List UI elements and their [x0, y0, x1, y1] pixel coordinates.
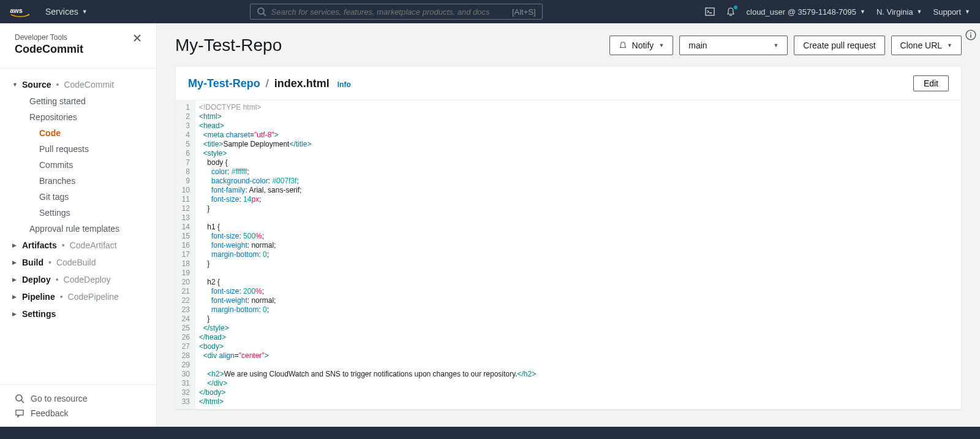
caret-icon: ▶ [12, 242, 18, 248]
caret-icon: ▶ [12, 259, 18, 265]
sidebar-subtitle: Developer Tools [15, 33, 83, 42]
breadcrumb-file: index.html [274, 77, 330, 90]
svg-text:aws: aws [10, 7, 22, 14]
nav-group-name: Deploy [22, 275, 51, 284]
clone-url-button[interactable]: Clone URL ▼ [891, 36, 962, 55]
region-menu[interactable]: N. Virginia ▼ [876, 7, 922, 17]
account-label: cloud_user @ 3579-1148-7095 [747, 7, 856, 17]
line-gutter: 1234567891011121314151617181920212223242… [176, 101, 195, 409]
services-label: Services [45, 7, 78, 17]
nav-group-name: Settings [22, 309, 56, 319]
notify-button[interactable]: Notify ▼ [609, 36, 674, 55]
caret-icon: ▶ [12, 277, 18, 283]
info-icon [965, 29, 976, 40]
search-icon [257, 7, 266, 17]
sidebar-item-pull-requests[interactable]: Pull requests [24, 141, 156, 157]
nav-group-build[interactable]: ▶Build•CodeBuild [0, 254, 156, 271]
nav-group-service: CodeArtifact [70, 240, 117, 250]
sidebar: Developer Tools CodeCommit ▼Source•CodeC… [0, 23, 157, 427]
cloudshell-button[interactable] [705, 7, 715, 17]
main-content: My-Test-Repo Notify ▼ main ▼ Create pull… [157, 23, 980, 427]
caret-icon: ▼ [12, 82, 18, 88]
info-link[interactable]: Info [337, 80, 351, 89]
sidebar-item-code[interactable]: Code [24, 125, 156, 141]
file-breadcrumb: My-Test-Repo / index.html Info [188, 77, 351, 90]
nav-group-source[interactable]: ▼Source•CodeCommit [0, 76, 156, 93]
nav-group-service: CodeDeploy [64, 275, 111, 284]
go-to-resource-label: Go to resource [31, 394, 88, 403]
caret-down-icon: ▼ [965, 9, 970, 15]
support-label: Support [933, 7, 962, 17]
caret-down-icon: ▼ [860, 9, 865, 15]
caret-down-icon: ▼ [82, 9, 88, 15]
caret-icon: ▶ [12, 311, 18, 317]
branch-select[interactable]: main ▼ [679, 36, 788, 55]
services-menu[interactable]: Services ▼ [45, 7, 88, 17]
feedback-icon [15, 408, 24, 418]
global-search[interactable]: [Alt+S] [250, 4, 543, 20]
create-pr-label: Create pull request [803, 40, 875, 50]
sidebar-title: CodeCommit [15, 43, 83, 56]
code-viewer: 1234567891011121314151617181920212223242… [176, 101, 961, 409]
code-body[interactable]: <!DOCTYPE html><html><head> <meta charse… [195, 101, 961, 409]
cloudshell-icon [705, 7, 715, 17]
svg-point-4 [16, 395, 22, 401]
sidebar-item-getting-started[interactable]: Getting started [24, 93, 156, 109]
info-panel-toggle[interactable] [965, 29, 976, 42]
sidebar-nav: ▼Source•CodeCommitGetting startedReposit… [0, 74, 156, 325]
create-pull-request-button[interactable]: Create pull request [794, 36, 884, 55]
nav-group-name: Pipeline [22, 292, 55, 302]
caret-down-icon: ▼ [947, 42, 952, 48]
nav-group-name: Artifacts [22, 240, 57, 250]
sidebar-close-button[interactable] [133, 33, 141, 44]
nav-group-service: CodeBuild [56, 258, 96, 267]
caret-down-icon: ▼ [773, 42, 778, 48]
caret-icon: ▶ [12, 294, 18, 300]
aws-logo[interactable]: aws [10, 6, 31, 18]
nav-group-name: Build [22, 258, 43, 267]
top-nav: aws Services ▼ [Alt+S] cloud_user @ 3579… [0, 0, 980, 23]
sidebar-item-branches[interactable]: Branches [24, 173, 156, 189]
svg-line-5 [21, 400, 24, 403]
go-to-resource[interactable]: Go to resource [15, 391, 141, 406]
search-icon [15, 394, 24, 403]
nav-group-settings[interactable]: ▶Settings [0, 305, 156, 323]
notifications-button[interactable] [726, 7, 736, 17]
svg-line-2 [263, 13, 266, 16]
clone-label: Clone URL [900, 40, 942, 50]
search-input[interactable] [271, 7, 507, 17]
sidebar-item-git-tags[interactable]: Git tags [24, 189, 156, 205]
breadcrumb-separator: / [266, 77, 269, 90]
svg-rect-3 [706, 8, 714, 15]
caret-down-icon: ▼ [658, 42, 664, 48]
nav-group-name: Source [22, 80, 51, 90]
feedback-link[interactable]: Feedback [15, 406, 141, 421]
svg-point-8 [970, 32, 971, 34]
feedback-label: Feedback [31, 408, 68, 418]
right-tools-panel [965, 29, 976, 42]
close-icon [133, 34, 141, 42]
edit-button[interactable]: Edit [913, 75, 949, 91]
sidebar-item-repositories[interactable]: Repositories [24, 109, 156, 125]
sidebar-item-commits[interactable]: Commits [24, 157, 156, 173]
svg-point-1 [258, 8, 264, 14]
notify-label: Notify [632, 40, 654, 50]
nav-group-deploy[interactable]: ▶Deploy•CodeDeploy [0, 271, 156, 288]
nav-group-artifacts[interactable]: ▶Artifacts•CodeArtifact [0, 237, 156, 254]
nav-group-service: CodePipeline [68, 292, 119, 302]
breadcrumb-repo-link[interactable]: My-Test-Repo [188, 77, 260, 90]
bell-icon [726, 7, 736, 17]
search-shortcut: [Alt+S] [512, 7, 536, 17]
nav-group-service: CodeCommit [64, 80, 114, 90]
svg-rect-6 [16, 410, 23, 415]
account-menu[interactable]: cloud_user @ 3579-1148-7095 ▼ [747, 7, 865, 17]
caret-down-icon: ▼ [917, 9, 922, 15]
support-menu[interactable]: Support ▼ [933, 7, 970, 17]
sidebar-item-approval-rule-templates[interactable]: Approval rule templates [24, 221, 156, 237]
file-panel: My-Test-Repo / index.html Info Edit 1234… [175, 66, 962, 410]
nav-group-pipeline[interactable]: ▶Pipeline•CodePipeline [0, 288, 156, 305]
region-label: N. Virginia [876, 7, 913, 17]
branch-name: main [688, 40, 707, 50]
sidebar-item-settings[interactable]: Settings [24, 205, 156, 221]
svg-rect-9 [970, 34, 971, 38]
